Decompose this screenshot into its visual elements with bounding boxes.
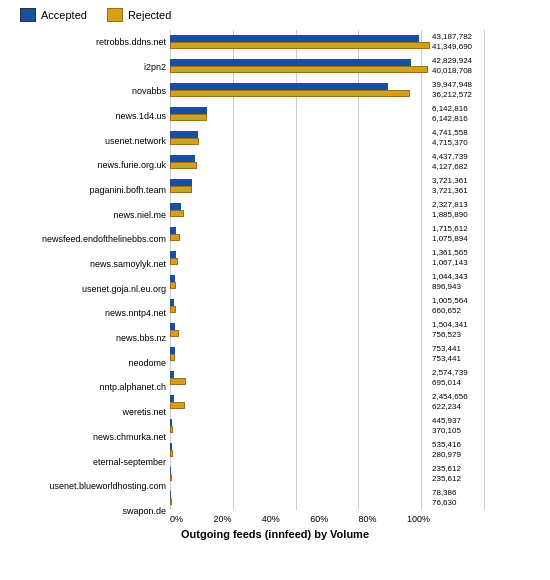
bar-accepted-value: 1,361,565 (432, 248, 485, 258)
bar-rejected-value: 370,105 (432, 426, 485, 436)
bar-rejected-value: 753,441 (432, 354, 485, 364)
bar-accepted-value: 2,574,739 (432, 368, 485, 378)
bar-rejected-value: 4,715,370 (432, 138, 485, 148)
bar-rejected-value: 622,234 (432, 402, 485, 412)
bar-rejected-value: 76,630 (432, 498, 485, 508)
bar-row: 39,947,94836,212,572 (170, 81, 485, 99)
bar-row: 2,454,656622,234 (170, 393, 485, 411)
bar-rejected-value: 3,721,361 (432, 186, 485, 196)
bar-row: 4,437,7394,127,682 (170, 153, 485, 171)
bar-row: 6,142,8166,142,816 (170, 105, 485, 123)
bar-row: 235,612235,612 (170, 465, 485, 483)
x-axis-label: 80% (359, 514, 377, 524)
bar-accepted-value: 78,386 (432, 488, 485, 498)
bar-rejected-value: 756,523 (432, 330, 485, 340)
y-label: usenet.goja.nl.eu.org (10, 285, 166, 294)
bar-rejected-value: 896,943 (432, 282, 485, 292)
bar-accepted (170, 107, 207, 114)
bar-accepted (170, 275, 175, 282)
bar-row: 2,327,8131,885,890 (170, 201, 485, 219)
bar-rejected-value: 4,127,682 (432, 162, 485, 172)
bar-accepted (170, 395, 174, 402)
bar-rejected (170, 186, 192, 193)
bar-rejected-value: 1,067,143 (432, 258, 485, 268)
y-label: swapon.de (10, 507, 166, 516)
bar-accepted (170, 227, 176, 234)
y-label: news.niel.me (10, 211, 166, 220)
bar-rejected-value: 1,885,890 (432, 210, 485, 220)
bar-accepted (170, 203, 181, 210)
x-axis-label: 0% (170, 514, 183, 524)
bar-rejected (170, 378, 186, 385)
x-axis-label: 60% (310, 514, 328, 524)
bar-rejected (170, 402, 185, 409)
y-label: eternal-september (10, 458, 166, 467)
y-label: retrobbs.ddns.net (10, 38, 166, 47)
y-label: news.bbs.nz (10, 334, 166, 343)
bar-rejected (170, 210, 184, 217)
bar-accepted (170, 179, 192, 186)
bar-rejected (170, 450, 173, 457)
y-label: weretis.net (10, 408, 166, 417)
bar-row: 1,715,6121,075,894 (170, 225, 485, 243)
bar-accepted (170, 467, 171, 474)
bar-accepted (170, 371, 174, 378)
chart-container: Accepted Rejected retrobbs.ddns.neti2pn2… (0, 0, 550, 580)
x-axis-title: Outgoing feeds (innfeed) by Volume (10, 528, 540, 540)
bar-accepted (170, 443, 172, 450)
bar-accepted-value: 1,715,612 (432, 224, 485, 234)
bar-accepted-value: 1,504,341 (432, 320, 485, 330)
bar-accepted (170, 323, 175, 330)
bar-rejected (170, 114, 207, 121)
bar-accepted-value: 535,416 (432, 440, 485, 450)
x-axis-labels: 0%20%40%60%80%100% (170, 514, 485, 524)
bar-accepted-value: 2,454,656 (432, 392, 485, 402)
bar-accepted-value: 753,441 (432, 344, 485, 354)
chart-body: retrobbs.ddns.neti2pn2novabbsnews.1d4.us… (10, 30, 540, 524)
bar-rejected-value: 280,979 (432, 450, 485, 460)
y-label: newsfeed.endofthelinebbs.com (10, 235, 166, 244)
y-label: novabbs (10, 87, 166, 96)
legend-rejected-box (107, 8, 123, 22)
x-axis-label: 100% (407, 514, 430, 524)
bar-row: 43,187,78241,349,690 (170, 33, 485, 51)
bar-rejected-value: 36,212,572 (432, 90, 485, 100)
bar-rejected (170, 258, 178, 265)
bar-row: 78,38676,630 (170, 489, 485, 507)
y-label: news.1d4.us (10, 112, 166, 121)
bar-row: 42,829,92440,018,708 (170, 57, 485, 75)
bar-accepted-value: 4,437,739 (432, 152, 485, 162)
bar-row: 3,721,3613,721,361 (170, 177, 485, 195)
bar-accepted (170, 299, 174, 306)
legend-rejected: Rejected (107, 8, 171, 22)
bar-rejected-value: 41,349,690 (432, 42, 485, 52)
bar-rejected (170, 498, 172, 505)
bar-accepted (170, 35, 419, 42)
bar-rejected-value: 660,652 (432, 306, 485, 316)
bar-accepted-value: 42,829,924 (432, 56, 485, 66)
bar-rejected (170, 90, 410, 97)
bar-rejected (170, 66, 428, 73)
bar-accepted-value: 445,937 (432, 416, 485, 426)
x-axis-label: 20% (213, 514, 231, 524)
bar-rejected-value: 235,612 (432, 474, 485, 484)
bar-rejected-value: 1,075,894 (432, 234, 485, 244)
bar-accepted (170, 131, 198, 138)
legend: Accepted Rejected (10, 8, 540, 22)
bar-rejected (170, 234, 180, 241)
bar-accepted-value: 1,044,343 (432, 272, 485, 282)
y-label: news.samoylyk.net (10, 260, 166, 269)
legend-rejected-label: Rejected (128, 9, 171, 21)
bar-rejected (170, 138, 199, 145)
y-label: news.chmurka.net (10, 433, 166, 442)
bar-accepted (170, 155, 195, 162)
bar-rejected (170, 426, 173, 433)
bar-rejected (170, 354, 175, 361)
bar-rejected (170, 474, 172, 481)
bar-row: 1,044,343896,943 (170, 273, 485, 291)
bar-rejected (170, 162, 197, 169)
bar-accepted-value: 235,612 (432, 464, 485, 474)
bar-accepted (170, 59, 411, 66)
y-label: nntp.alphanet.ch (10, 383, 166, 392)
y-label: news.furie.org.uk (10, 161, 166, 170)
